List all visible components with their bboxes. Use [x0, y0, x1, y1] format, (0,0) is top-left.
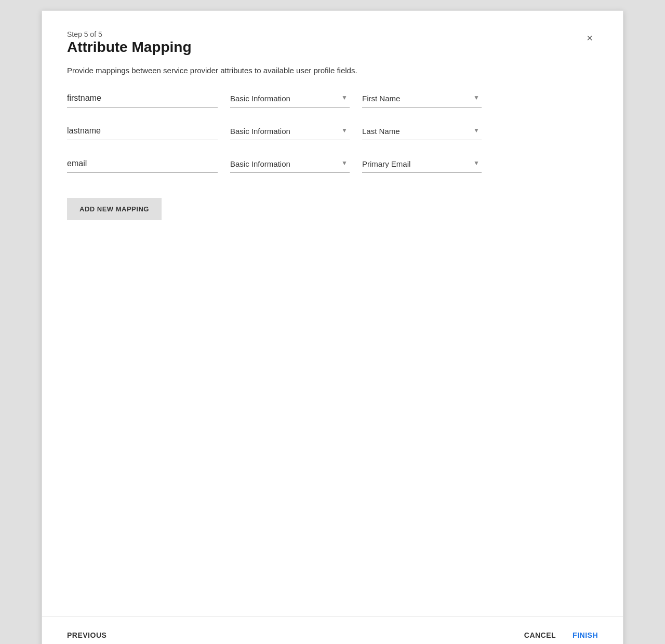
- attribute-mapping-dialog: Step 5 of 5 Attribute Mapping Provide ma…: [42, 10, 623, 644]
- field-dropdown-email[interactable]: First Name Last Name Primary Email Usern…: [362, 157, 482, 173]
- dialog-description: Provide mappings between service provide…: [67, 66, 598, 75]
- field-select-email: First Name Last Name Primary Email Usern…: [362, 157, 482, 173]
- footer-left: PREVIOUS: [67, 631, 107, 639]
- attribute-input-firstname[interactable]: [67, 91, 218, 108]
- cancel-button[interactable]: CANCEL: [524, 631, 556, 639]
- mapping-row: Basic Information Contact Information Cu…: [67, 124, 598, 140]
- step-label: Step 5 of 5: [67, 30, 102, 38]
- field-select-lastname: First Name Last Name Primary Email Usern…: [362, 125, 482, 140]
- category-dropdown-email[interactable]: Basic Information Contact Information Cu…: [230, 157, 350, 173]
- category-select-lastname: Basic Information Contact Information Cu…: [230, 125, 350, 140]
- footer-right: CANCEL FINISH: [524, 631, 598, 639]
- category-select-email: Basic Information Contact Information Cu…: [230, 157, 350, 173]
- dialog-content: Basic Information Contact Information Cu…: [42, 91, 623, 418]
- close-button[interactable]: ×: [581, 30, 598, 46]
- dialog-header: Step 5 of 5 Attribute Mapping Provide ma…: [42, 11, 623, 91]
- dialog-title: Attribute Mapping: [67, 39, 598, 56]
- previous-button[interactable]: PREVIOUS: [67, 631, 107, 639]
- category-dropdown-lastname[interactable]: Basic Information Contact Information Cu…: [230, 125, 350, 140]
- field-dropdown-firstname[interactable]: First Name Last Name Primary Email Usern…: [362, 92, 482, 108]
- attribute-input-email[interactable]: [67, 157, 218, 173]
- attribute-field-firstname: [67, 91, 218, 108]
- attribute-field-lastname: [67, 124, 218, 140]
- attribute-field-email: [67, 157, 218, 173]
- finish-button[interactable]: FINISH: [573, 631, 598, 639]
- mapping-row: Basic Information Contact Information Cu…: [67, 91, 598, 108]
- field-select-firstname: First Name Last Name Primary Email Usern…: [362, 92, 482, 108]
- dialog-footer: PREVIOUS CANCEL FINISH: [42, 616, 623, 644]
- mapping-row: Basic Information Contact Information Cu…: [67, 157, 598, 173]
- attribute-input-lastname[interactable]: [67, 124, 218, 140]
- category-dropdown-firstname[interactable]: Basic Information Contact Information Cu…: [230, 92, 350, 108]
- field-dropdown-lastname[interactable]: First Name Last Name Primary Email Usern…: [362, 125, 482, 140]
- category-select-firstname: Basic Information Contact Information Cu…: [230, 92, 350, 108]
- add-new-mapping-button[interactable]: ADD NEW MAPPING: [67, 198, 162, 220]
